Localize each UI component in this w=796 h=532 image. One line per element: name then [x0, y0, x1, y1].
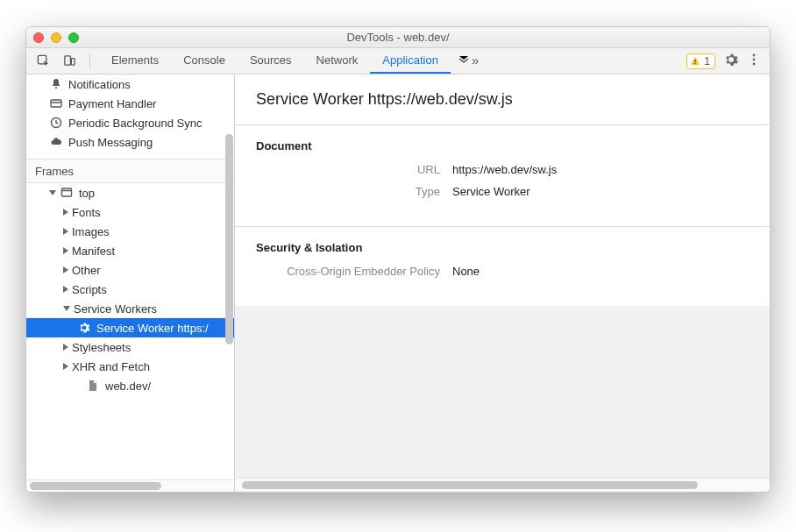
tree-item-label: Manifest	[72, 245, 115, 258]
panel-tabs: Elements Console Sources Network Applica…	[99, 48, 486, 74]
tree-item-images[interactable]: Images	[26, 222, 234, 241]
sidebar-item-label: Notifications	[68, 78, 131, 91]
svg-rect-8	[51, 100, 61, 107]
kv-key: Cross-Origin Embedder Policy	[256, 265, 452, 278]
bell-icon	[49, 78, 63, 90]
chevron-right-icon	[63, 286, 68, 293]
chevron-right-icon	[63, 228, 68, 235]
main-horizontal-scrollbar[interactable]	[235, 478, 770, 492]
warnings-badge[interactable]: 1	[686, 53, 715, 69]
tree-item-xhr-fetch[interactable]: XHR and Fetch	[26, 357, 234, 376]
window-title: DevTools - web.dev/	[26, 31, 770, 44]
sidebar-vertical-scrollbar[interactable]	[225, 80, 233, 444]
device-toolbar-icon[interactable]	[58, 51, 81, 72]
detail-panel: Service Worker https://web.dev/sw.js Doc…	[235, 74, 770, 492]
settings-icon[interactable]	[724, 53, 738, 69]
kv-value: Service Worker	[452, 185, 530, 198]
inspect-element-icon[interactable]	[32, 51, 54, 72]
svg-rect-1	[64, 56, 70, 65]
svg-point-6	[753, 59, 756, 61]
svg-rect-11	[62, 188, 72, 196]
tree-item-service-workers[interactable]: Service Workers	[26, 299, 234, 318]
kv-key: Type	[256, 185, 452, 198]
tree-item-label: Service Workers	[74, 302, 157, 316]
devtools-window: DevTools - web.dev/ Elements Console Sou…	[25, 26, 771, 493]
chevrons-icon: »	[472, 53, 479, 67]
frames-section-header: Frames	[26, 159, 234, 183]
window-controls	[33, 32, 79, 43]
sidebar-item-payment-handler[interactable]: Payment Handler	[26, 94, 234, 113]
sidebar-horizontal-scrollbar[interactable]	[26, 479, 234, 492]
toolbar: Elements Console Sources Network Applica…	[26, 48, 770, 74]
chevron-right-icon	[63, 363, 68, 370]
section-document: Document URL https://web.dev/sw.js Type …	[235, 124, 770, 226]
tree-item-label: Service Worker https:/	[96, 322, 209, 335]
chevron-right-icon	[63, 247, 68, 254]
sidebar-item-label: Push Messaging	[68, 136, 153, 149]
tree-item-service-worker-selected[interactable]: Service Worker https:/	[26, 318, 234, 337]
sidebar-item-label: Periodic Background Sync	[68, 117, 202, 130]
tree-item-document[interactable]: web.dev/	[26, 376, 234, 395]
tab-overflow[interactable]: »	[451, 48, 486, 74]
tree-item-label: web.dev/	[105, 379, 151, 393]
frames-top[interactable]: top	[26, 183, 234, 202]
section-title: Document	[256, 139, 749, 153]
sidebar-item-periodic-bg-sync[interactable]: Periodic Background Sync	[26, 113, 234, 132]
file-icon	[86, 379, 100, 392]
kv-row-coep: Cross-Origin Embedder Policy None	[256, 265, 749, 278]
separator	[89, 53, 90, 69]
tree-item-label: Scripts	[72, 283, 107, 296]
svg-rect-3	[695, 60, 696, 62]
minimize-window-button[interactable]	[51, 32, 61, 43]
kv-key: URL	[256, 163, 452, 176]
chevron-right-icon	[63, 266, 68, 273]
tree-item-label: Fonts	[72, 206, 101, 219]
window-icon	[60, 187, 74, 199]
sidebar-item-label: Payment Handler	[68, 97, 156, 110]
sidebar-item-push-messaging[interactable]: Push Messaging	[26, 132, 234, 152]
tree-item-other[interactable]: Other	[26, 260, 234, 280]
close-window-button[interactable]	[33, 32, 44, 43]
tree-item-fonts[interactable]: Fonts	[26, 202, 234, 222]
tree-item-manifest[interactable]: Manifest	[26, 241, 234, 260]
scrollbar-thumb[interactable]	[225, 134, 233, 344]
tab-console[interactable]: Console	[171, 48, 238, 74]
tree-item-scripts[interactable]: Scripts	[26, 280, 234, 299]
tree-item-label: Images	[72, 225, 110, 238]
section-security: Security & Isolation Cross-Origin Embedd…	[235, 226, 770, 306]
section-title: Security & Isolation	[256, 241, 749, 254]
tree-item-label: top	[79, 187, 95, 200]
kv-row-url: URL https://web.dev/sw.js	[256, 163, 749, 176]
tab-application[interactable]: Application	[370, 48, 451, 74]
kv-value: None	[452, 265, 480, 278]
titlebar: DevTools - web.dev/	[26, 27, 770, 48]
maximize-window-button[interactable]	[68, 32, 79, 43]
gear-icon	[77, 322, 91, 334]
kv-row-type: Type Service Worker	[256, 185, 749, 198]
svg-point-5	[753, 54, 756, 57]
warnings-count: 1	[704, 55, 710, 67]
chevron-right-icon	[63, 344, 68, 351]
sidebar: Notifications Payment Handler Periodic B…	[26, 74, 235, 492]
body: Notifications Payment Handler Periodic B…	[26, 74, 770, 492]
svg-rect-4	[695, 63, 696, 64]
svg-point-7	[753, 63, 756, 66]
scrollbar-thumb[interactable]	[242, 481, 698, 489]
tab-network[interactable]: Network	[304, 48, 371, 74]
tree-item-label: XHR and Fetch	[72, 360, 150, 373]
tab-sources[interactable]: Sources	[238, 48, 304, 74]
chevron-down-icon	[49, 190, 56, 195]
scrollbar-thumb[interactable]	[30, 482, 161, 490]
tree-item-stylesheets[interactable]: Stylesheets	[26, 337, 234, 357]
detail-title: Service Worker https://web.dev/sw.js	[235, 74, 770, 124]
svg-rect-2	[71, 59, 75, 66]
card-icon	[49, 97, 63, 110]
chevron-right-icon	[63, 209, 68, 216]
chevron-down-icon	[63, 306, 70, 311]
more-menu-icon[interactable]	[747, 53, 761, 69]
cloud-icon	[49, 136, 63, 148]
sidebar-item-notifications[interactable]: Notifications	[26, 74, 234, 94]
clock-icon	[49, 117, 63, 129]
tab-elements[interactable]: Elements	[99, 48, 171, 74]
empty-area	[235, 306, 770, 402]
